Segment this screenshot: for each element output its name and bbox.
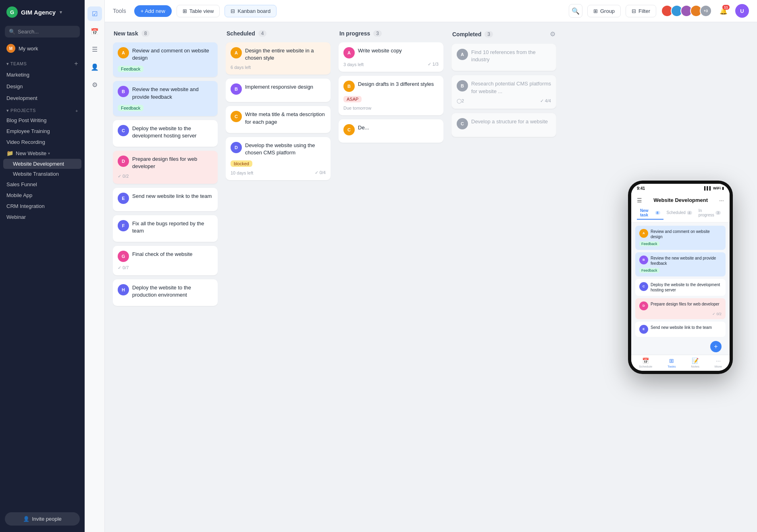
calendar-icon[interactable]: 📅 xyxy=(87,24,102,39)
phone-nav-notes[interactable]: 📝 Notes xyxy=(691,357,699,368)
table-icon: ⊞ xyxy=(183,8,187,14)
task-card[interactable]: B Review the new website and provide fee… xyxy=(113,81,218,116)
sidebar-item-website-translation[interactable]: Website Translation xyxy=(0,169,85,179)
settings-icon[interactable]: ⚙ xyxy=(550,30,555,38)
phone-nav-tasks[interactable]: ⊞ Tasks xyxy=(668,357,676,368)
card-avatar: C xyxy=(343,124,355,135)
task-card[interactable]: C De... xyxy=(339,119,443,143)
phone-card-tag: Feedback xyxy=(639,241,659,246)
phone-more-icon[interactable]: ··· xyxy=(719,197,724,204)
phone-nav-schedule[interactable]: 📅 Schedule xyxy=(639,357,652,368)
phone-frame: 9:41 ▌▌▌ WiFi ▮ ☰ Website Development ··… xyxy=(628,181,733,374)
phone-task-card[interactable]: A Review and comment on website design F… xyxy=(635,226,726,250)
task-card[interactable]: A Write website copy 3 days left ✓ 1/3 xyxy=(339,42,443,72)
user-avatar-small: M xyxy=(6,44,15,53)
search-icon: 🔍 xyxy=(9,29,15,35)
task-card[interactable]: E Send new website link to the team xyxy=(113,188,218,211)
sidebar-item-marketing[interactable]: Marketing xyxy=(0,69,85,81)
column-scheduled: Scheduled 4 A Design the entire website … xyxy=(226,30,331,524)
sidebar-item-webinar[interactable]: Webinar xyxy=(0,212,85,222)
phone-card-avatar: C xyxy=(639,282,648,291)
sidebar-item-design[interactable]: Design xyxy=(0,81,85,92)
phone-task-card[interactable]: C Deploy the website to the development … xyxy=(635,279,726,296)
phone-task-card[interactable]: E Send new website link to the team xyxy=(635,322,726,337)
tasks-icon[interactable]: ☑ xyxy=(87,6,102,21)
group-button[interactable]: ⊞ Group xyxy=(587,5,621,17)
add-project-button[interactable]: + xyxy=(75,108,78,113)
table-view-button[interactable]: ⊞ Table view xyxy=(177,5,220,17)
phone-card-list: A Review and comment on website design F… xyxy=(631,222,730,340)
sidebar-item-sales-funnel[interactable]: Sales Funnel xyxy=(0,179,85,190)
invite-people-button[interactable]: 👤 Invite people xyxy=(5,512,80,526)
phone-add-button[interactable]: + xyxy=(710,341,722,352)
sidebar-item-website-development[interactable]: Website Development xyxy=(3,159,81,169)
card-comments: ◯2 xyxy=(457,98,464,104)
phone-card-title: Deploy the website to the development ho… xyxy=(651,282,722,293)
group-icon: ⊞ xyxy=(593,8,598,14)
add-new-button[interactable]: + Add new xyxy=(134,5,172,17)
column-title: New task xyxy=(114,30,138,37)
schedule-icon: 📅 xyxy=(642,357,649,364)
task-card[interactable]: B Implement responsive design xyxy=(226,79,331,102)
sidebar-item-development[interactable]: Development xyxy=(0,92,85,104)
teams-label: ▾ Teams xyxy=(6,61,27,66)
task-card[interactable]: A Design the entire website in a chosen … xyxy=(226,42,331,75)
search-input[interactable]: 🔍 Search... xyxy=(5,26,80,37)
column-title: Completed xyxy=(452,31,481,37)
sidebar-item-video-recording[interactable]: Video Recording xyxy=(0,137,85,148)
phone-bottom-nav: 📅 Schedule ⊞ Tasks 📝 Notes ··· xyxy=(631,355,730,371)
card-title: Implement responsive design xyxy=(245,83,326,91)
sidebar-item-blog-post-writing[interactable]: Blog Post Writing xyxy=(0,115,85,126)
card-title: Deploy the website to the production env… xyxy=(132,284,213,299)
phone-hamburger-icon[interactable]: ☰ xyxy=(637,197,642,204)
task-card[interactable]: C Develop a structure for a website xyxy=(451,113,556,137)
phone-task-card[interactable]: B Review the new website and provide fee… xyxy=(635,252,726,276)
phone-task-card[interactable]: D Prepare design files for web developer… xyxy=(635,298,726,319)
task-card[interactable]: G Final check of the website ✓ 0/7 xyxy=(113,246,218,275)
folder-icon: 📁 xyxy=(6,150,13,156)
card-avatar: D xyxy=(231,142,242,153)
phone-tab-new-task[interactable]: New task 8 xyxy=(637,207,663,220)
card-avatar: D xyxy=(118,156,129,167)
list-icon[interactable]: ☰ xyxy=(87,42,102,56)
app-logo[interactable]: G GIM Agency ▾ xyxy=(0,0,85,24)
sidebar-item-mobile-app[interactable]: Mobile App xyxy=(0,190,85,201)
task-card[interactable]: D Prepare design files for web developer… xyxy=(113,151,218,183)
task-card[interactable]: B Design drafts in 3 different styles AS… xyxy=(339,76,443,115)
phone-tab-in-progress[interactable]: In progress 3 xyxy=(695,207,724,220)
kanban-board-button[interactable]: ⊟ Kanban board xyxy=(225,5,277,17)
notifications-button[interactable]: 🔔 11 xyxy=(717,4,730,18)
invite-icon: 👤 xyxy=(23,516,29,522)
task-card[interactable]: F Fix all the bugs reported by the team xyxy=(113,215,218,242)
toolbar-right: 🔍 ⊞ Group ⊟ Filter +3 🔔 11 U xyxy=(569,4,749,18)
task-card[interactable]: H Deploy the website to the production e… xyxy=(113,279,218,306)
phone-tabs: New task 8 Scheduled 4 In progress 3 xyxy=(637,207,724,220)
task-card[interactable]: C Deploy the website to the development … xyxy=(113,120,218,147)
phone-tab-label: New task xyxy=(640,208,654,217)
task-card[interactable]: D Develop the website using the chosen C… xyxy=(226,137,331,180)
task-card[interactable]: A Review and comment on website design F… xyxy=(113,42,218,77)
sidebar-item-crm-integration[interactable]: CRM Integration xyxy=(0,201,85,212)
main-content: Tools + Add new ⊞ Table view ⊟ Kanban bo… xyxy=(105,0,757,532)
phone-nav-more[interactable]: ··· More xyxy=(715,357,722,368)
task-card[interactable]: A Find 10 references from the industry xyxy=(451,44,556,71)
phone-tab-scheduled[interactable]: Scheduled 4 xyxy=(663,207,695,220)
card-days-left: 10 days left xyxy=(231,170,253,175)
task-card[interactable]: B Research potential CMS platforms for w… xyxy=(451,75,556,108)
avatar-more: +3 xyxy=(700,5,712,17)
add-team-button[interactable]: + xyxy=(74,60,78,67)
task-card[interactable]: C Write meta title & meta description fo… xyxy=(226,106,331,133)
sidebar-item-new-website[interactable]: 📁 New Website ▾ xyxy=(0,148,85,159)
phone-card-avatar: D xyxy=(639,301,648,310)
card-title: Write website copy xyxy=(358,47,439,54)
sidebar-item-employee-training[interactable]: Employee Training xyxy=(0,126,85,137)
kanban-icon: ⊟ xyxy=(231,8,235,14)
column-count: 3 xyxy=(373,30,382,37)
person-icon[interactable]: 👤 xyxy=(87,60,102,74)
sidebar-item-my-work[interactable]: M My work xyxy=(0,41,85,56)
settings-icon[interactable]: ⚙ xyxy=(87,77,102,92)
user-avatar[interactable]: U xyxy=(735,4,749,18)
filter-button[interactable]: ⊟ Filter xyxy=(626,5,656,17)
phone-title: Website Development xyxy=(653,197,708,203)
search-button[interactable]: 🔍 xyxy=(569,4,582,18)
